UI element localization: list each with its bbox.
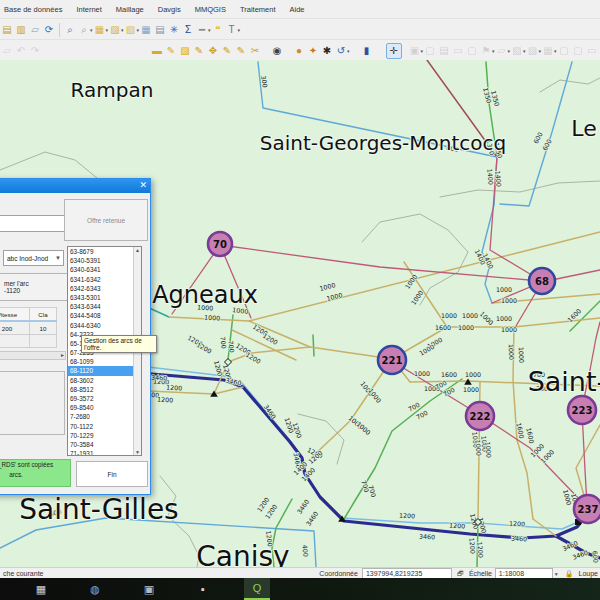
lock-icon[interactable]: 🔒 <box>565 570 574 578</box>
offre-retenue-button[interactable]: Offre retenue <box>64 199 148 241</box>
menu-item-2[interactable]: Internet <box>76 5 101 14</box>
list-item[interactable]: 6341-6342 <box>68 275 141 284</box>
table-cell[interactable] <box>30 335 57 348</box>
gray-tool-10-icon[interactable]: ▢ <box>557 44 571 58</box>
zoom-in-icon[interactable]: ⌕ <box>63 23 77 37</box>
measure-icon[interactable]: ━ <box>195 23 209 37</box>
table-cell[interactable]: 200 <box>0 321 30 335</box>
fin-button[interactable]: Fin <box>76 461 148 487</box>
redo-icon[interactable]: ↷ <box>28 44 42 58</box>
list-item[interactable]: 6343-5301 <box>68 293 141 302</box>
paste-icon[interactable]: ▱ <box>0 44 14 58</box>
gray-tool-6-icon[interactable]: ▱ <box>495 44 509 58</box>
wheel-icon[interactable]: ◉ <box>270 44 284 58</box>
deselect-features-icon[interactable]: ▦ <box>139 23 153 37</box>
gray-tool-11-icon[interactable]: ▢ <box>571 44 585 58</box>
gray-tool-1-icon[interactable]: ▣ <box>408 44 422 58</box>
statistics-sum-icon[interactable]: Σ <box>181 23 195 37</box>
list-item[interactable]: 68-1099 <box>68 357 141 366</box>
gray-tool-9-icon[interactable]: ▦ <box>541 44 555 58</box>
list-item[interactable]: 70-1122 <box>68 422 141 431</box>
save-layer-edits-icon[interactable]: ▨ <box>178 44 192 58</box>
scroll-up-icon[interactable]: ▲ <box>135 247 140 253</box>
plugin-undo-icon[interactable]: ↺ <box>334 44 348 58</box>
current-edits-icon[interactable]: ▬ <box>150 44 164 58</box>
list-item[interactable]: 70-3584 <box>68 440 141 449</box>
taskview-icon[interactable]: ▦ <box>28 579 54 599</box>
menu-item-5[interactable]: MMQGIS <box>195 5 226 14</box>
table-hscrollbar[interactable]: ▸ <box>0 351 66 360</box>
vertex-tool-icon[interactable]: ✎ <box>220 44 234 58</box>
city-label: Agneaux <box>152 281 258 309</box>
scroll-down-icon[interactable]: ▼ <box>135 449 140 455</box>
gray-tool-5-icon[interactable]: ▢ <box>465 44 479 58</box>
map-tips-icon[interactable]: ❝ <box>211 23 225 37</box>
add-vector-layer-icon[interactable]: ▤ <box>0 23 14 37</box>
add-feature-icon[interactable]: ✎ <box>192 44 206 58</box>
menu-item-7[interactable]: Aide <box>290 5 305 14</box>
book-icon[interactable]: ▮ <box>360 44 374 58</box>
layer-styling-icon[interactable]: ▨ <box>108 23 122 37</box>
list-item[interactable]: 6340-6341 <box>68 265 141 274</box>
list-item[interactable]: 70-1229 <box>68 431 141 440</box>
list-item[interactable]: 69-8540 <box>68 403 141 412</box>
list-item[interactable]: 6343-6344 <box>68 302 141 311</box>
list-item[interactable]: 7-2680 <box>68 412 141 421</box>
plugin-flame-icon[interactable]: ✦ <box>306 44 320 58</box>
text-annotation-icon[interactable]: T <box>225 23 239 37</box>
move-feature-icon[interactable]: ✥ <box>206 44 220 58</box>
refresh-icon[interactable]: ⟳ <box>42 23 56 37</box>
word-icon[interactable]: ◍ <box>82 579 108 599</box>
chevron-down-icon[interactable]: ▾ <box>347 48 350 54</box>
vitesse-table[interactable]: VitesseCla20010 <box>0 307 57 348</box>
edge-green-c-stub[interactable] <box>313 335 314 356</box>
delete-feature-icon[interactable]: ✎ <box>234 44 248 58</box>
gray-tool-8-icon[interactable]: ▨ <box>526 44 540 58</box>
inod-jnod-combo[interactable]: abc Inod-Jnod▼ <box>3 250 64 266</box>
table-cell[interactable] <box>0 335 30 348</box>
gray-tool-3-icon[interactable]: ▤ <box>437 44 451 58</box>
clipboard-icon[interactable]: ▱ <box>28 23 42 37</box>
gray-tool-12-icon[interactable]: ▭ <box>585 44 599 58</box>
add-table-icon[interactable]: ▥ <box>14 23 28 37</box>
list-item[interactable]: 6340-5391 <box>68 256 141 265</box>
plugin-orange-icon[interactable]: ● <box>292 44 306 58</box>
list-item[interactable]: 6344-6340 <box>68 321 141 330</box>
menu-item-6[interactable]: Traitement <box>240 5 276 14</box>
table-cell[interactable]: 10 <box>30 321 57 335</box>
gray-tool-7-icon[interactable]: ▧ <box>510 44 524 58</box>
zoom-out-icon[interactable]: ⌕ <box>77 23 91 37</box>
menu-item-3[interactable]: Maillage <box>116 5 144 14</box>
identify-features-icon[interactable]: ✳ <box>167 23 181 37</box>
pan-crosshair-icon[interactable]: ✛ <box>386 43 402 59</box>
qgis-icon[interactable]: Q <box>244 578 270 600</box>
gray-flag-icon[interactable]: ⚑ <box>479 44 493 58</box>
undo-icon[interactable]: ↶ <box>14 44 28 58</box>
terminal-icon[interactable]: ▪ <box>190 579 216 599</box>
new-map-view-icon[interactable]: ▦ <box>93 23 107 37</box>
scroll-right-icon[interactable]: ▸ <box>61 351 64 358</box>
plugin-spider-icon[interactable]: ✱ <box>320 44 334 58</box>
list-item[interactable]: 69-3572 <box>68 394 141 403</box>
camera-icon[interactable]: ▣ <box>136 579 162 599</box>
dialog-title-bar[interactable]: ✕ <box>0 179 150 193</box>
list-item[interactable]: 63-8679 <box>68 247 141 256</box>
close-icon[interactable]: ✕ <box>139 180 147 190</box>
list-item[interactable]: 68-8512 <box>68 385 141 394</box>
chevron-down-icon[interactable]: ▾ <box>238 27 241 33</box>
chevron-down-icon[interactable]: ▼ <box>554 571 559 577</box>
list-item[interactable]: 68-3602 <box>68 376 141 385</box>
cut-features-icon[interactable]: ✂ <box>248 44 262 58</box>
list-item[interactable]: 68-1120 <box>68 366 141 375</box>
attribute-table-icon[interactable]: ▤ <box>153 23 167 37</box>
extent-icon[interactable]: 🗗 <box>457 570 464 577</box>
list-item[interactable]: 71-1931 <box>68 449 141 456</box>
list-item[interactable]: 6344-5408 <box>68 311 141 320</box>
gray-tool-2-icon[interactable]: ▢ <box>423 44 437 58</box>
toggle-editing-icon[interactable]: ✎ <box>164 44 178 58</box>
list-item[interactable]: 6342-6343 <box>68 284 141 293</box>
menu-item-1[interactable]: Base de données <box>4 5 62 14</box>
select-features-icon[interactable]: ▧ <box>124 23 138 37</box>
gray-tool-4-icon[interactable]: ▭ <box>451 44 465 58</box>
menu-item-4[interactable]: Davgis <box>158 5 181 14</box>
